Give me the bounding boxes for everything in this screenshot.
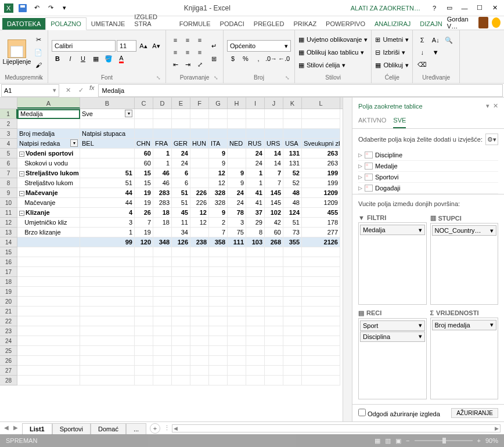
tab-review[interactable]: PREGLED <box>249 18 289 30</box>
cell[interactable] <box>265 109 283 119</box>
cell[interactable] <box>228 316 246 326</box>
cell[interactable]: −Klizanje <box>17 208 80 218</box>
redo-icon[interactable]: ↷ <box>44 2 57 15</box>
tab-insert[interactable]: UMETANJE <box>87 18 129 30</box>
cell[interactable] <box>17 346 80 356</box>
cell[interactable]: 103 <box>246 237 265 247</box>
pane-settings-icon[interactable]: ⚙▾ <box>485 134 498 145</box>
cell[interactable] <box>246 356 265 366</box>
cell[interactable] <box>283 267 302 277</box>
sheet-nav-prev-icon[interactable]: ◀ <box>2 424 10 432</box>
cell[interactable]: 18 <box>153 208 172 218</box>
border-icon[interactable]: ▦ <box>90 53 102 64</box>
cell[interactable]: 52 <box>283 178 302 188</box>
cancel-formula-icon[interactable]: ✕ <box>62 84 74 97</box>
cell[interactable] <box>80 326 135 336</box>
column-header[interactable]: G <box>209 98 228 109</box>
insert-cells-button[interactable]: ⊞ Umetni ▾ <box>375 34 409 45</box>
zoom-out-icon[interactable]: − <box>406 437 409 444</box>
cell[interactable] <box>246 267 265 277</box>
cell[interactable]: −Vodeni sportovi <box>17 149 80 158</box>
row-header[interactable]: 15 <box>0 247 17 257</box>
cell[interactable]: 52 <box>283 168 302 178</box>
fill-icon[interactable]: ↓ <box>416 46 428 58</box>
cell[interactable]: 455 <box>302 208 340 218</box>
cell[interactable] <box>302 297 340 307</box>
sheet-nav-next-icon[interactable]: ▶ <box>12 424 20 432</box>
cell[interactable] <box>190 366 209 376</box>
cell[interactable] <box>172 287 190 297</box>
cell[interactable] <box>135 257 153 267</box>
cell[interactable]: 44 <box>80 188 135 198</box>
cell[interactable] <box>80 356 135 366</box>
cell[interactable]: 7 <box>135 218 153 228</box>
cell[interactable]: 7 <box>265 168 283 178</box>
row-header[interactable]: 14 <box>0 237 17 247</box>
cell[interactable] <box>135 247 153 257</box>
cell[interactable] <box>135 326 153 336</box>
cell[interactable] <box>153 366 172 376</box>
cell[interactable]: 19 <box>135 228 153 237</box>
view-layout-icon[interactable]: ▥ <box>385 437 391 445</box>
cell[interactable]: Natpisi stupaca▾ <box>80 129 135 139</box>
row-header[interactable]: 7 <box>0 168 17 178</box>
cell[interactable] <box>265 376 283 385</box>
cell[interactable] <box>283 287 302 297</box>
cell[interactable] <box>283 346 302 356</box>
cell[interactable] <box>265 297 283 307</box>
ribbon-options-icon[interactable]: ▭ <box>442 2 456 15</box>
cell[interactable] <box>246 366 265 376</box>
cell[interactable] <box>228 297 246 307</box>
view-normal-icon[interactable]: ▦ <box>375 437 380 445</box>
cell[interactable]: 41 <box>246 198 265 208</box>
cell[interactable] <box>190 119 209 129</box>
cell[interactable]: 48 <box>283 198 302 208</box>
cell[interactable] <box>228 326 246 336</box>
field-list[interactable]: ▷Discipline▷Medalje▷Sportovi▷Događaji <box>352 150 504 194</box>
cell[interactable]: 1 <box>153 158 172 168</box>
defer-checkbox[interactable]: Odgodi ažuriranje izgleda <box>358 409 440 417</box>
cell[interactable] <box>246 326 265 336</box>
cell[interactable]: 9 <box>209 208 228 218</box>
cell[interactable]: −Mačevanje <box>17 188 80 198</box>
cell[interactable] <box>80 346 135 356</box>
row-header[interactable]: 22 <box>0 316 17 326</box>
cell[interactable]: 4 <box>80 208 135 218</box>
horizontal-scrollbar[interactable]: ◀▶ <box>172 424 501 432</box>
column-header[interactable]: I <box>246 98 265 109</box>
row-header[interactable]: 2 <box>0 119 17 129</box>
cell[interactable]: 199 <box>302 178 340 188</box>
cell[interactable] <box>80 336 135 346</box>
value-field-item[interactable]: Broj medalja▾ <box>432 320 497 330</box>
cell[interactable] <box>302 109 340 119</box>
cell[interactable] <box>172 376 190 385</box>
enter-formula-icon[interactable]: ✓ <box>74 84 87 97</box>
cell[interactable] <box>209 336 228 346</box>
row-header[interactable]: 20 <box>0 297 17 307</box>
cell[interactable] <box>265 346 283 356</box>
align-right-icon[interactable]: ≡ <box>194 46 206 58</box>
cell[interactable] <box>172 326 190 336</box>
cell[interactable]: 24 <box>246 149 265 158</box>
cell[interactable] <box>153 307 172 316</box>
cell[interactable] <box>172 257 190 267</box>
cell[interactable]: 60 <box>265 228 283 237</box>
underline-button[interactable]: U <box>77 53 89 64</box>
select-all-corner[interactable] <box>0 98 17 109</box>
grow-font-icon[interactable]: A▴ <box>138 40 149 52</box>
cell[interactable]: Streljaštvo lukom <box>17 178 80 188</box>
cell[interactable] <box>172 356 190 366</box>
column-header[interactable]: L <box>302 98 340 109</box>
indent-dec-icon[interactable]: ⇤ <box>170 59 181 70</box>
row-header[interactable]: 17 <box>0 267 17 277</box>
number-launcher-icon[interactable]: ⤡ <box>285 75 292 82</box>
cell[interactable]: 277 <box>302 228 340 237</box>
cell[interactable]: NED <box>228 139 246 149</box>
cell[interactable] <box>246 119 265 129</box>
copy-icon[interactable]: 📄 <box>33 46 44 58</box>
cell[interactable]: 42 <box>265 218 283 228</box>
column-header[interactable]: E <box>172 98 190 109</box>
cell[interactable] <box>153 336 172 346</box>
formula-bar[interactable]: Medalja <box>98 84 503 97</box>
cell[interactable]: −Streljaštvo lukom <box>17 168 80 178</box>
